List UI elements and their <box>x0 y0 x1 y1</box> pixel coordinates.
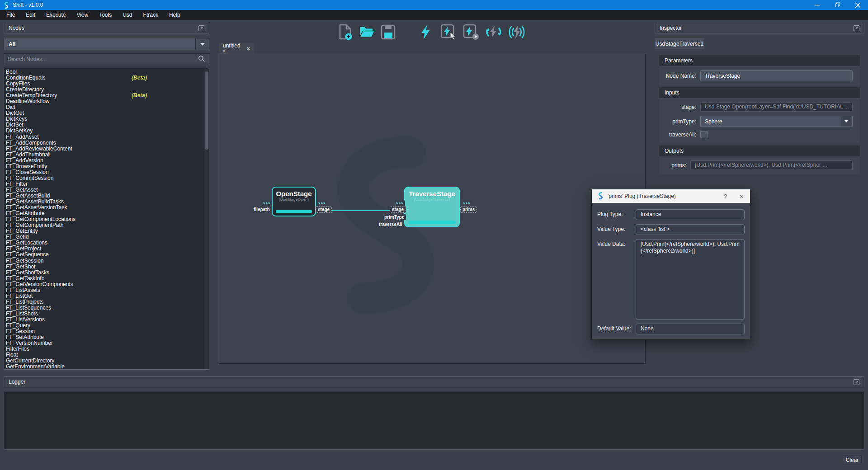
logger-panel-header: Logger ↗ <box>4 376 864 387</box>
traverseall-label: traverseAll: <box>661 132 696 138</box>
menu-item[interactable]: Edit <box>20 10 41 20</box>
node-list-item[interactable]: FilterFiles <box>6 346 209 352</box>
graph-toolbar <box>216 19 646 45</box>
scrollbar-thumb[interactable] <box>205 71 208 150</box>
window-title: Shift - v1.0.0 <box>13 2 43 8</box>
node-list-item[interactable]: DictSet <box>6 122 209 128</box>
minimize-button[interactable] <box>807 0 827 10</box>
port-prims-out[interactable]: prims <box>460 206 477 213</box>
beta-badge: (Beta) <box>132 93 147 99</box>
default-value-label: Default Value: <box>597 324 636 334</box>
execute-from-node-button[interactable] <box>462 24 480 41</box>
parameters-group: Parameters Node Name: <box>659 55 860 86</box>
node-list-item[interactable]: GetEnvironmentVariable <box>6 364 209 370</box>
node-filter-dropdown[interactable]: All <box>4 38 209 50</box>
node-subtitle: (UsdStageTraverse) <box>405 197 459 202</box>
port-stage-out[interactable]: stage <box>316 206 332 213</box>
node-filter-value: All <box>9 41 15 47</box>
node-list-item[interactable]: FT_GetEntity <box>6 228 209 234</box>
node-list-item[interactable]: FT_CommitSession <box>6 175 209 181</box>
primtype-dropdown[interactable]: Sphere <box>700 116 853 127</box>
inspector-title: Inspector <box>660 25 682 31</box>
shift-logo-icon <box>3 1 9 9</box>
parameters-header: Parameters <box>659 55 860 66</box>
inspector-panel-header: Inspector ↗ <box>655 23 864 33</box>
execute-from-node-icon <box>462 24 480 41</box>
logger-output[interactable] <box>4 392 864 450</box>
menu-item[interactable]: File <box>1 10 20 20</box>
execute-button[interactable] <box>420 24 431 40</box>
shift-logo-icon <box>597 192 604 201</box>
port-traverseall-in[interactable]: traverseAll <box>377 221 404 227</box>
graph-tab[interactable]: untitled * × <box>219 43 254 54</box>
default-value-field[interactable]: None <box>636 324 745 334</box>
re-execute-button[interactable] <box>485 24 502 41</box>
tab-close-icon[interactable]: × <box>247 46 250 52</box>
node-list-item[interactable]: ConditionEquals (Beta) <box>6 75 209 81</box>
live-execute-button[interactable] <box>508 24 526 40</box>
node-list-item[interactable]: DictKeys <box>6 116 209 122</box>
restore-button[interactable] <box>827 0 848 10</box>
stage-value-field[interactable]: Usd.Stage.Open(rootLayer=Sdf.Find('d:/US… <box>700 102 853 112</box>
connection-wire[interactable] <box>330 210 391 211</box>
node-traversestage[interactable]: TraverseStage (UsdStageTraverse) <box>404 187 460 227</box>
node-graph-canvas[interactable]: OpenStage (UsdStageOpen) >>> filepath >>… <box>219 54 646 364</box>
node-openstage[interactable]: OpenStage (UsdStageOpen) <box>272 187 316 216</box>
menu-item[interactable]: Ftrack <box>138 10 164 20</box>
port-filepath[interactable]: filepath <box>252 207 272 212</box>
node-list-scrollbar[interactable] <box>204 68 209 369</box>
prims-plug-dialog: 'prims' Plug (TraverseStage) ? × Plug Ty… <box>591 189 750 339</box>
port-stage-in[interactable]: stage <box>390 206 406 213</box>
dialog-close-button[interactable]: × <box>733 193 745 200</box>
prims-value-field[interactable]: [Usd.Prim(</refSphere/world>), Usd.Prim(… <box>690 160 853 170</box>
primtype-label: primType: <box>661 118 696 125</box>
popout-icon[interactable]: ↗ <box>854 25 859 31</box>
execute-selected-button[interactable] <box>440 24 457 41</box>
node-list-item[interactable]: FT_Query <box>6 323 209 329</box>
clear-logger-button[interactable]: Clear <box>843 455 862 465</box>
close-button[interactable] <box>848 0 868 10</box>
plug-type-field[interactable]: Instance <box>636 209 745 220</box>
inputs-header: Inputs <box>659 87 860 98</box>
titlebar: Shift - v1.0.0 <box>0 0 868 10</box>
menu-item[interactable]: View <box>71 10 94 20</box>
menu-item[interactable]: Tools <box>94 10 117 20</box>
node-list-item[interactable]: FT_GetSession <box>6 258 209 264</box>
node-list-item[interactable]: FT_ListAssets <box>6 287 209 293</box>
node-name-label: Node Name: <box>661 73 696 79</box>
chevron-down-icon <box>840 116 852 127</box>
port-exec-in[interactable]: >>> <box>262 200 272 206</box>
node-subtitle: (UsdStageOpen) <box>273 197 315 202</box>
menu-item[interactable]: Execute <box>41 10 71 20</box>
port-exec-in[interactable]: >>> <box>395 200 405 206</box>
plug-type-label: Plug Type: <box>597 209 636 220</box>
node-list-item[interactable]: DictGet <box>6 110 209 116</box>
dialog-title: 'prims' Plug (TraverseStage) <box>608 193 676 199</box>
nodes-panel-header: Nodes ↗ <box>4 23 209 33</box>
node-name-input[interactable] <box>700 70 853 81</box>
node-list-item[interactable]: DeadlineWorkflow <box>6 99 209 104</box>
outputs-group: Outputs prims: [Usd.Prim(</refSphere/wor… <box>659 146 860 174</box>
inspector-node-tab[interactable]: UsdStageTraverse1 <box>655 38 704 49</box>
dialog-titlebar: 'prims' Plug (TraverseStage) ? × <box>592 189 750 203</box>
port-exec-out[interactable]: >>> <box>317 200 327 206</box>
new-file-button[interactable] <box>337 24 354 41</box>
popout-icon[interactable]: ↗ <box>198 25 204 31</box>
search-icon <box>198 55 205 64</box>
traverseall-checkbox[interactable] <box>700 131 708 138</box>
open-file-button[interactable] <box>359 25 375 39</box>
popout-icon[interactable]: ↗ <box>854 379 859 385</box>
value-data-field[interactable]: [Usd.Prim(</refSphere/world>), Usd.Prim(… <box>636 239 745 320</box>
dialog-help-button[interactable]: ? <box>717 193 733 200</box>
save-file-button[interactable] <box>381 24 396 40</box>
stage-label: stage: <box>661 104 696 110</box>
node-list-item[interactable]: FT_ListVersions <box>6 317 209 323</box>
menu-item[interactable]: Help <box>164 10 186 20</box>
value-type-field[interactable]: <class 'list'> <box>636 224 745 235</box>
port-exec-out[interactable]: >>> <box>462 200 472 206</box>
menu-item[interactable]: Usd <box>117 10 137 20</box>
search-nodes-input[interactable] <box>8 56 198 62</box>
node-list-item[interactable]: Dict <box>6 104 209 110</box>
port-primtype-in[interactable]: primType <box>382 214 406 220</box>
node-list-item[interactable]: FT_VersionNumber <box>6 340 209 346</box>
